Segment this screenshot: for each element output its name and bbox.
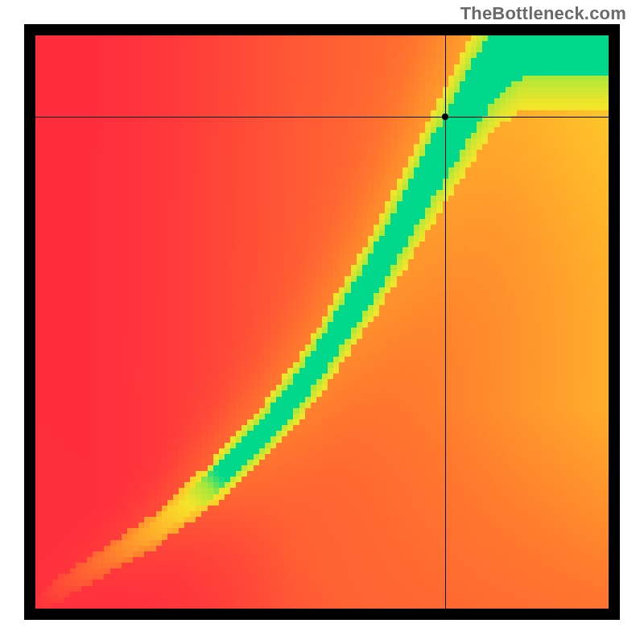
- crosshair-point: [442, 114, 448, 120]
- watermark-text: TheBottleneck.com: [460, 3, 626, 24]
- crosshair-horizontal: [24, 117, 620, 118]
- plot-frame: [24, 24, 620, 620]
- chart-wrapper: TheBottleneck.com: [0, 0, 644, 644]
- heatmap-canvas: [35, 35, 609, 609]
